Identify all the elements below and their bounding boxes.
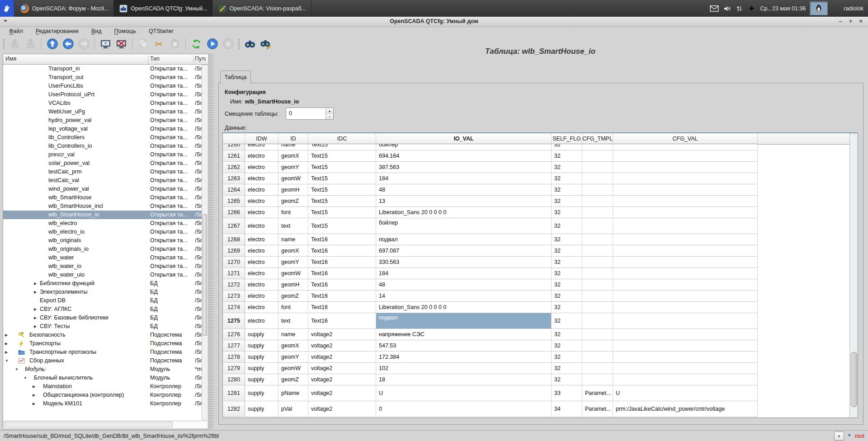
row-header[interactable]: 1273 — [223, 291, 245, 301]
row-header[interactable]: 1265 — [223, 196, 245, 206]
tree-item-_[interactable]: ▶СВУ: Базовые библиотекиБД/Sm — [3, 314, 202, 322]
cell-IDC[interactable]: Text15 — [308, 173, 376, 184]
cell-IDC[interactable]: voltage2 — [308, 340, 376, 351]
row-header[interactable]: 1280 — [223, 374, 245, 385]
menu-file[interactable]: Файл — [3, 28, 29, 35]
cell-IDC[interactable]: Text16 — [308, 245, 376, 256]
row-header[interactable]: 1276 — [223, 329, 245, 340]
tree-item-prescr_val[interactable]: prescr_valОткрытая та.../Sm — [3, 150, 202, 159]
column-header-CFG_TMPL[interactable]: CFG_TMPL — [582, 133, 613, 144]
back-button[interactable] — [62, 38, 74, 50]
cell-SELF_FLG[interactable]: 32 — [552, 245, 582, 256]
chevron-right-icon[interactable]: ▶ — [33, 402, 35, 406]
cell-IO_VAL[interactable]: бойлер — [376, 144, 552, 150]
cell-CFG_TMPL[interactable] — [582, 196, 613, 206]
column-header-IDC[interactable]: IDC — [308, 133, 376, 144]
close-button[interactable]: × — [859, 18, 863, 24]
cell-IO_VAL[interactable]: U — [376, 385, 552, 401]
taskbar-task-0[interactable]: OpenSCADA: Форум - Mozil... — [14, 0, 114, 17]
cell-IDW[interactable]: electro — [245, 234, 278, 245]
cell-IDC[interactable]: Text16 — [308, 257, 376, 267]
cell-IO_VAL[interactable]: 18 — [376, 374, 552, 385]
tree-item-UserProtocol_uPrt[interactable]: UserProtocol_uPrtОткрытая та.../Sm — [3, 90, 202, 99]
cell-SELF_FLG[interactable]: 32 — [552, 173, 582, 184]
cell-IDW[interactable]: electro — [245, 196, 278, 206]
cell-IDW[interactable]: electro — [245, 245, 278, 256]
row-header[interactable]: 1272 — [223, 279, 245, 290]
tree-col-type[interactable]: Тип — [150, 56, 160, 62]
row-header[interactable]: 1268 — [223, 234, 245, 245]
tree-item-_[interactable]: ▶Библиотеки функцийБД/Sm — [3, 279, 202, 288]
cell-IDC[interactable]: Text15 — [308, 184, 376, 195]
cell-ID[interactable]: text — [278, 313, 308, 328]
column-header-CFG_VAL[interactable]: CFG_VAL — [613, 133, 758, 144]
cell-SELF_FLG[interactable]: 32 — [552, 184, 582, 195]
cell-ID[interactable]: geomH — [278, 184, 308, 195]
cell-IO_VAL[interactable]: подвал — [376, 234, 552, 245]
cell-IDW[interactable]: supply — [245, 340, 278, 351]
cell-IO_VAL[interactable]: напряжение СЭС — [376, 329, 552, 340]
spinner-up-icon[interactable]: ▲ — [326, 108, 333, 114]
taskbar-task-2[interactable]: OpenSCADA: Vision-разраб... — [213, 0, 312, 17]
row-header[interactable]: 1281 — [223, 385, 245, 401]
chevron-right-icon[interactable]: ▶ — [5, 333, 8, 337]
column-header-SELF_FLG[interactable]: SELF_FLG — [552, 133, 582, 144]
cell-ID[interactable]: geomZ — [278, 374, 308, 385]
row-header[interactable]: 1277 — [223, 340, 245, 351]
cell-SELF_FLG[interactable]: 32 — [552, 363, 582, 374]
cell-ID[interactable]: pName — [278, 385, 308, 401]
cell-CFG_VAL[interactable] — [613, 144, 758, 150]
chevron-right-icon[interactable]: ▶ — [5, 342, 8, 346]
cell-CFG_TMPL[interactable] — [582, 144, 613, 150]
tree-item-_[interactable]: ▶Транспортные протоколыПодсистема/Sm — [3, 348, 202, 357]
cell-IDW[interactable]: supply — [245, 374, 278, 385]
chevron-right-icon[interactable]: ▶ — [34, 316, 37, 320]
cell-CFG_VAL[interactable] — [613, 363, 758, 374]
cell-SELF_FLG[interactable]: 33 — [552, 385, 582, 401]
cell-CFG_VAL[interactable] — [613, 352, 758, 362]
cell-CFG_TMPL[interactable] — [582, 184, 613, 195]
cell-SELF_FLG[interactable]: 32 — [552, 207, 582, 218]
cell-IDW[interactable]: electro — [245, 302, 278, 313]
cell-IO_VAL[interactable]: 14 — [376, 291, 552, 301]
cell-SELF_FLG[interactable]: 32 — [552, 329, 582, 340]
updown-arrows-icon[interactable] — [736, 5, 743, 13]
chevron-right-icon[interactable]: ▶ — [33, 393, 35, 397]
cell-IO_VAL[interactable]: 387.563 — [376, 162, 552, 173]
table-row-partial-1260[interactable]: 1260electronameText15бойлер32 — [223, 144, 758, 150]
tree-item-_[interactable]: ▼Модуль:Модуль*m — [3, 365, 202, 374]
cell-CFG_VAL[interactable] — [613, 184, 758, 195]
cell-IDW[interactable]: supply — [245, 352, 278, 362]
tree-item-hydro_power_val[interactable]: hydro_power_valОткрытая та.../Sm — [3, 116, 202, 125]
cell-CFG_TMPL[interactable] — [582, 363, 613, 374]
cell-IDW[interactable]: electro — [245, 173, 278, 184]
tree-item-wlb_originals[interactable]: wlb_originalsОткрытая та.../Sm — [3, 236, 202, 245]
cell-IO_VAL[interactable]: 697.087 — [376, 245, 552, 256]
cell-IDW[interactable]: electro — [245, 218, 278, 234]
add-item-button[interactable] — [99, 38, 112, 50]
cell-CFG_TMPL[interactable] — [582, 173, 613, 184]
column-header-IO_VAL[interactable]: IO_VAL — [376, 133, 552, 144]
cell-IDW[interactable]: electro — [245, 162, 278, 173]
minimize-button[interactable]: – — [839, 18, 842, 24]
row-header[interactable]: 1262 — [223, 162, 245, 173]
tree-item-_[interactable]: ▶Общестанционка (контроллер)Контроллер/S… — [3, 391, 202, 399]
cell-IDC[interactable]: Text16 — [308, 302, 376, 313]
tree-item-wlb_SmartHouse[interactable]: wlb_SmartHouseОткрытая та.../Sm — [3, 193, 202, 202]
cell-ID[interactable]: geomY — [278, 352, 308, 362]
cell-ID[interactable]: geomZ — [278, 291, 308, 301]
column-header-IDW[interactable]: IDW — [245, 133, 278, 144]
tree-item-_[interactable]: ▶ЭлектроэлементыБД/Sm — [3, 288, 202, 296]
tree-item-_[interactable]: ▼Блочный вычислительМодуль/Sm — [3, 374, 202, 382]
cell-ID[interactable]: text — [278, 218, 308, 234]
cell-IDW[interactable]: supply — [245, 385, 278, 401]
tree-item-wlb_electro_io[interactable]: wlb_electro_ioОткрытая та.../Sm — [3, 228, 202, 236]
row-header[interactable]: 1261 — [223, 150, 245, 161]
tree-horizontal-scrollbar[interactable] — [4, 421, 208, 429]
cell-IDW[interactable]: supply — [245, 401, 278, 417]
tree-vertical-scrollbar-thumb[interactable] — [203, 214, 207, 336]
row-header[interactable]: 1269 — [223, 245, 245, 256]
tree-item-lep_voltage_val[interactable]: lep_voltage_valОткрытая та.../Sm — [3, 125, 202, 133]
cell-IDW[interactable]: electro — [245, 257, 278, 267]
cell-CFG_TMPL[interactable] — [582, 352, 613, 362]
